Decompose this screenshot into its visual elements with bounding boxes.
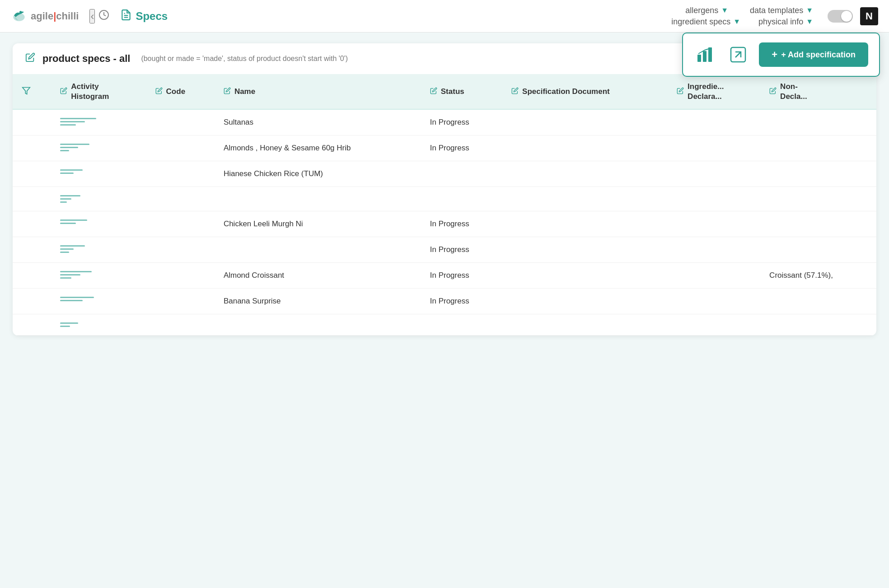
add-specification-button[interactable]: + + Add specification — [759, 42, 868, 67]
row-ingredient-decl-cell — [668, 187, 760, 211]
col-activity-label: Activity — [71, 82, 109, 92]
row-filter-cell — [13, 263, 51, 289]
col-ingredient-label: Ingredie... — [688, 82, 724, 92]
export-icon-button[interactable] — [726, 43, 750, 66]
col-spec-doc-label: Specification Document — [522, 87, 610, 96]
col-status-edit-icon[interactable] — [430, 87, 437, 97]
col-non-decl: Non- Decla... — [760, 75, 876, 109]
row-spec-doc-cell — [502, 289, 668, 314]
add-icon: + — [772, 49, 777, 61]
row-name-cell — [215, 314, 421, 336]
col-ingredient-edit-icon[interactable] — [677, 87, 684, 97]
row-non-decl-cell — [760, 109, 876, 135]
row-name-cell: Sultanas — [215, 109, 421, 135]
row-status-cell: In Progress — [421, 135, 502, 161]
table-row[interactable]: In Progress — [13, 237, 876, 263]
chart-icon-button[interactable] — [694, 43, 717, 66]
back-button[interactable]: ‹ — [89, 9, 95, 23]
row-status-cell — [421, 161, 502, 187]
filter-icon[interactable] — [22, 89, 31, 97]
col-code-edit-icon[interactable] — [155, 87, 163, 97]
col-spec-doc-edit-icon[interactable] — [511, 87, 519, 97]
table-row[interactable]: Chicken Leeli Murgh NiIn Progress — [13, 211, 876, 237]
add-specification-popup: + + Add specification — [682, 33, 880, 77]
allergens-dropdown[interactable]: allergens ▼ — [685, 6, 728, 15]
table-row[interactable]: Almonds , Honey & Sesame 60g HribIn Prog… — [13, 135, 876, 161]
row-status-cell — [421, 187, 502, 211]
ingredient-specs-dropdown[interactable]: ingredient specs ▼ — [671, 17, 740, 27]
row-spec-doc-cell — [502, 135, 668, 161]
physical-info-dropdown[interactable]: physical info ▼ — [758, 17, 813, 27]
row-filter-cell — [13, 314, 51, 336]
col-declaration-label: Declara... — [688, 92, 724, 102]
col-spec-doc: Specification Document — [502, 75, 668, 109]
row-name-cell: Almonds , Honey & Sesame 60g Hrib — [215, 135, 421, 161]
table-row[interactable]: SultanasIn Progress — [13, 109, 876, 135]
row-code-cell — [146, 314, 215, 336]
row-spec-doc-cell — [502, 314, 668, 336]
row-name-cell: Banana Surprise — [215, 289, 421, 314]
row-name-cell — [215, 237, 421, 263]
row-activity-cell — [51, 211, 146, 237]
logo: agile|chilli — [11, 8, 79, 24]
row-non-decl-cell — [760, 289, 876, 314]
row-ingredient-decl-cell — [668, 237, 760, 263]
svg-rect-6 — [703, 51, 707, 62]
row-status-cell — [421, 314, 502, 336]
data-templates-dropdown[interactable]: data templates ▼ — [750, 6, 813, 15]
table-row[interactable]: Almond CroissantIn ProgressCroissant (57… — [13, 263, 876, 289]
row-filter-cell — [13, 289, 51, 314]
main-content: product specs - all (bought or made = 'm… — [0, 33, 889, 346]
col-code: Code — [146, 75, 215, 109]
row-code-cell — [146, 289, 215, 314]
table-row[interactable] — [13, 314, 876, 336]
col-activity-edit-icon[interactable] — [60, 87, 67, 97]
table-row[interactable]: Banana SurpriseIn Progress — [13, 289, 876, 314]
row-code-cell — [146, 263, 215, 289]
svg-rect-5 — [697, 55, 701, 62]
row-non-decl-cell — [760, 211, 876, 237]
table-row[interactable] — [13, 187, 876, 211]
table-row[interactable]: Hianese Chicken Rice (TUM) — [13, 161, 876, 187]
toggle-switch[interactable] — [828, 10, 853, 23]
col-code-label: Code — [166, 87, 186, 96]
row-activity-cell — [51, 135, 146, 161]
svg-marker-9 — [23, 87, 30, 94]
row-name-cell: Almond Croissant — [215, 263, 421, 289]
toggle-knob — [841, 11, 852, 22]
row-name-cell: Chicken Leeli Murgh Ni — [215, 211, 421, 237]
row-activity-cell — [51, 314, 146, 336]
row-filter-cell — [13, 161, 51, 187]
row-code-cell — [146, 187, 215, 211]
notion-button[interactable]: N — [860, 7, 878, 25]
row-filter-cell — [13, 211, 51, 237]
svg-point-1 — [19, 11, 22, 13]
card-edit-icon[interactable] — [25, 52, 35, 65]
row-filter-cell — [13, 187, 51, 211]
row-spec-doc-cell — [502, 211, 668, 237]
ingredient-specs-arrow-icon: ▼ — [733, 18, 740, 26]
row-spec-doc-cell — [502, 263, 668, 289]
history-button[interactable] — [98, 9, 109, 23]
row-activity-cell — [51, 161, 146, 187]
row-filter-cell — [13, 109, 51, 135]
page-icon — [120, 9, 132, 23]
row-non-decl-cell — [760, 314, 876, 336]
col-filter — [13, 75, 51, 109]
col-name-edit-icon[interactable] — [224, 87, 231, 97]
allergens-arrow-icon: ▼ — [721, 6, 728, 14]
row-spec-doc-cell — [502, 187, 668, 211]
logo-text: agile|chilli — [31, 10, 79, 22]
logo-bird-icon — [11, 8, 27, 24]
row-status-cell: In Progress — [421, 211, 502, 237]
row-name-cell: Hianese Chicken Rice (TUM) — [215, 161, 421, 187]
row-code-cell — [146, 135, 215, 161]
card-filter: (bought or made = 'made', status of prod… — [141, 55, 348, 63]
row-filter-cell — [13, 135, 51, 161]
row-ingredient-decl-cell — [668, 289, 760, 314]
row-status-cell: In Progress — [421, 289, 502, 314]
physical-info-arrow-icon: ▼ — [806, 18, 813, 26]
col-non-decl-edit-icon[interactable] — [769, 87, 777, 97]
page-title: Specs — [120, 9, 168, 23]
nav-menu-group: allergens ▼ data templates ▼ ingredient … — [671, 6, 813, 27]
